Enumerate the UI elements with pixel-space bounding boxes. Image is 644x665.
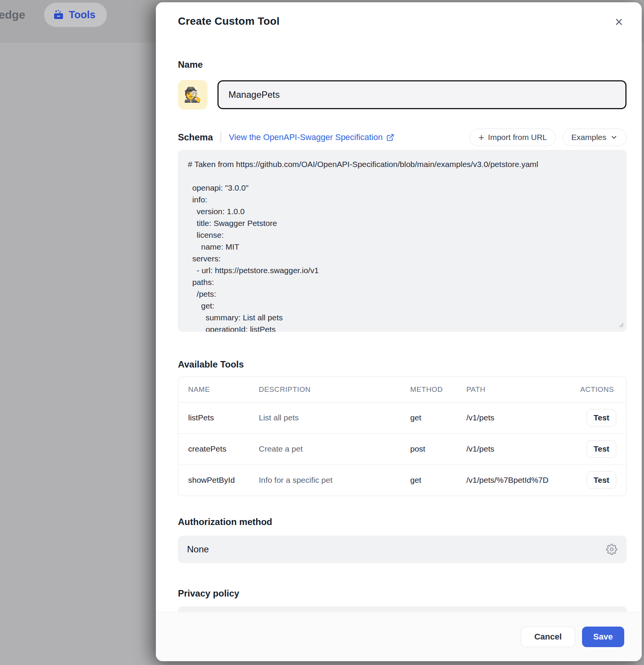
- col-header-path: PATH: [457, 377, 571, 402]
- tab-tools[interactable]: Tools: [44, 3, 107, 27]
- tool-path: /v1/pets: [457, 433, 571, 465]
- privacy-policy-label: Privacy policy: [178, 588, 627, 599]
- close-icon[interactable]: ×: [611, 14, 627, 30]
- schema-divider: [220, 132, 221, 143]
- col-header-description: DESCRIPTION: [249, 377, 400, 402]
- test-button[interactable]: Test: [587, 409, 616, 426]
- authorization-method-value: None: [187, 544, 209, 555]
- tool-description: Create a pet: [249, 433, 400, 465]
- col-header-actions: ACTIONS: [570, 377, 626, 402]
- avatar[interactable]: 🕵️: [178, 80, 208, 110]
- table-row: showPetById Info for a specific pet get …: [178, 465, 626, 496]
- import-from-url-label: Import from URL: [488, 133, 547, 142]
- tab-knowledge[interactable]: ledge: [0, 8, 25, 21]
- save-button[interactable]: Save: [582, 627, 624, 647]
- tool-name: listPets: [178, 402, 249, 433]
- tools-icon: [53, 10, 64, 20]
- create-custom-tool-modal: Create Custom Tool × Name 🕵️ Schema View…: [156, 2, 642, 661]
- plus-icon: +: [478, 132, 484, 142]
- examples-dropdown-button[interactable]: Examples: [563, 129, 627, 146]
- tool-method: post: [400, 433, 457, 465]
- table-header-row: NAME DESCRIPTION METHOD PATH ACTIONS: [178, 377, 626, 402]
- tab-tools-label: Tools: [69, 9, 95, 21]
- examples-label: Examples: [571, 133, 606, 142]
- tool-description: Info for a specific pet: [249, 465, 400, 496]
- tool-description: List all pets: [249, 402, 400, 433]
- resize-handle-icon[interactable]: [616, 320, 624, 329]
- import-from-url-button[interactable]: + Import from URL: [470, 129, 555, 146]
- authorization-method-label: Authorization method: [178, 517, 627, 527]
- chevron-down-icon: [610, 134, 618, 141]
- schema-textarea[interactable]: # Taken from https://github.com/OAI/Open…: [178, 150, 627, 332]
- gear-icon[interactable]: [606, 544, 617, 555]
- tool-path: /v1/pets: [457, 402, 571, 433]
- cancel-button[interactable]: Cancel: [521, 627, 575, 647]
- table-row: createPets Create a pet post /v1/pets Te…: [178, 433, 626, 465]
- tool-name-input[interactable]: [217, 80, 627, 109]
- tool-name: createPets: [178, 433, 249, 465]
- modal-footer: Cancel Save: [156, 612, 642, 661]
- external-link-icon: [386, 134, 394, 142]
- available-tools-table: NAME DESCRIPTION METHOD PATH ACTIONS lis…: [178, 377, 627, 496]
- tool-path: /v1/pets/%7BpetId%7D: [457, 465, 571, 496]
- schema-header-row: Schema View the OpenAPI-Swagger Specific…: [178, 129, 627, 146]
- detective-emoji-icon: 🕵️: [184, 86, 201, 103]
- schema-actions: + Import from URL Examples: [470, 129, 627, 146]
- col-header-method: METHOD: [400, 377, 457, 402]
- name-row: 🕵️: [178, 80, 627, 110]
- col-header-name: NAME: [178, 377, 249, 402]
- tool-method: get: [400, 465, 457, 496]
- tool-method: get: [400, 402, 457, 433]
- test-button[interactable]: Test: [587, 471, 616, 489]
- name-section-label: Name: [178, 59, 627, 70]
- schema-section-label: Schema: [178, 132, 213, 143]
- schema-editor-container: # Taken from https://github.com/OAI/Open…: [178, 150, 627, 332]
- tool-name: showPetById: [178, 465, 249, 496]
- available-tools-label: Available Tools: [178, 359, 627, 370]
- table-row: listPets List all pets get /v1/pets Test: [178, 402, 626, 433]
- openapi-spec-link-label: View the OpenAPI-Swagger Specification: [229, 132, 382, 142]
- modal-title: Create Custom Tool: [178, 15, 627, 27]
- openapi-spec-link[interactable]: View the OpenAPI-Swagger Specification: [229, 132, 394, 142]
- test-button[interactable]: Test: [587, 440, 616, 458]
- authorization-method-select[interactable]: None: [178, 536, 627, 563]
